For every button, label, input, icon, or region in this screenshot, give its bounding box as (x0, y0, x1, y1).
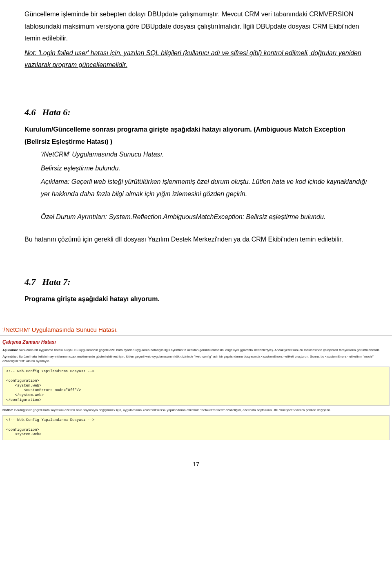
error-description-line: Açıklama: Sunucuda bir uygulama hatası o… (0, 347, 392, 354)
hata6-line-2: Belirsiz eşleştirme bulundu. (41, 162, 368, 174)
config-code-block-2: <!-- Web.Config Yapılandırma Dosyası -->… (2, 415, 390, 440)
heading-title: Hata 6: (42, 107, 71, 117)
text-aciklama: Sunucuda bir uygulama hatası oluştu. Bu … (19, 348, 380, 352)
hata7-lead: Programa girişte aşağıdaki hatayı alıyor… (24, 293, 368, 305)
heading-hata-6: 4.6 Hata 6: (24, 107, 368, 118)
hata6-solution: Bu hatanın çözümü için gerekli dll dosya… (24, 233, 368, 246)
label-ayrintilar: Ayrıntılar: (2, 355, 18, 358)
heading-hata-7: 4.7 Hata 7: (24, 277, 368, 287)
heading-number: 4.6 (24, 107, 40, 118)
hata6-line-3: Açıklama: Geçerli web isteği yürütülürke… (41, 176, 368, 200)
hata6-lead: Kurulum/Güncelleme sonrası programa giri… (24, 123, 368, 148)
label-aciklama: Açıklama: (2, 348, 18, 352)
label-notlar: Notlar: (2, 408, 13, 412)
error-notes-line: Notlar: Gördüğünüz geçerli hata sayfasın… (0, 407, 392, 414)
text-notlar: Gördüğünüz geçerli hata sayfasını özel b… (14, 408, 331, 412)
page-number: 17 (0, 461, 392, 467)
intro-paragraph: Güncelleme işleminde bir sebepten dolayı… (24, 8, 368, 45)
heading-number: 4.7 (24, 277, 40, 287)
intro-note: Not: 'Login failed user' hatası için, ya… (24, 47, 368, 71)
runtime-error-heading: Çalışma Zamanı Hatası (0, 336, 392, 347)
config-code-block-1: <!-- Web.Config Yapılandırma Dosyası -->… (2, 367, 390, 406)
hata6-line-1: '/NetCRM' Uygulamasında Sunucu Hatası. (41, 148, 368, 161)
heading-title: Hata 7: (42, 277, 71, 287)
error-page-title: '/NetCRM' Uygulamasında Sunucu Hatası. (0, 322, 392, 335)
hata6-line-4: Özel Durum Ayrıntıları: System.Reflectio… (41, 211, 368, 223)
error-details-line: Ayrıntılar: Bu özel hata iletisinin ayrı… (0, 354, 392, 365)
text-ayrintilar: Bu özel hata iletisinin ayrıntılarının u… (2, 355, 374, 363)
